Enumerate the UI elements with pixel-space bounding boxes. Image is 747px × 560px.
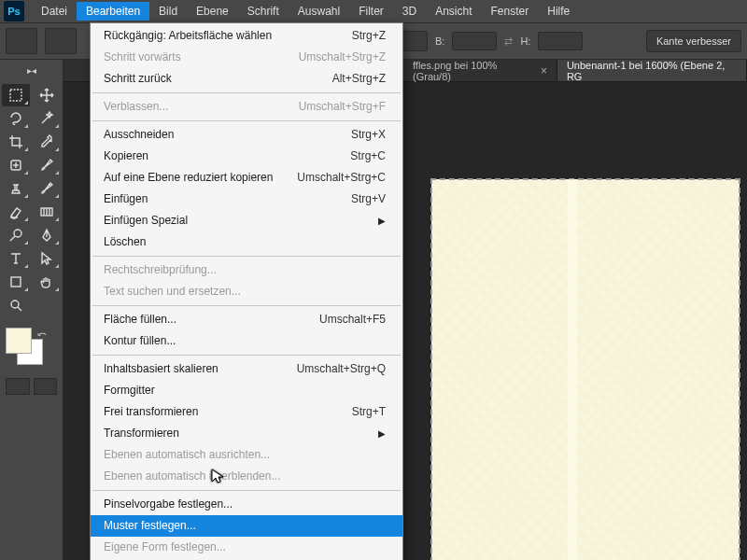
canvas-document[interactable] bbox=[431, 179, 740, 560]
gradient-tool[interactable] bbox=[33, 201, 61, 223]
menu-item: Ebenen automatisch überblenden... bbox=[91, 466, 402, 487]
standard-mode-icon[interactable] bbox=[6, 378, 30, 395]
move-tool[interactable] bbox=[33, 84, 61, 106]
menu-separator bbox=[92, 92, 401, 93]
color-swatches[interactable]: ⤺ bbox=[0, 328, 63, 374]
menu-item-shortcut: Umschalt+Strg+F bbox=[299, 99, 386, 115]
menu-schrift[interactable]: Schrift bbox=[238, 2, 289, 21]
canvas-texture bbox=[431, 179, 740, 560]
menu-fenster[interactable]: Fenster bbox=[482, 2, 539, 21]
document-tab[interactable]: Unbenannt-1 bei 1600% (Ebene 2, RG bbox=[557, 60, 747, 81]
brush-tool[interactable] bbox=[33, 154, 61, 176]
height-field[interactable] bbox=[538, 32, 583, 50]
eyedropper-tool[interactable] bbox=[33, 131, 61, 153]
menu-item[interactable]: Schritt zurückAlt+Strg+Z bbox=[91, 68, 402, 90]
lasso-tool[interactable] bbox=[2, 107, 30, 130]
hand-tool[interactable] bbox=[33, 271, 61, 293]
dodge-tool[interactable] bbox=[2, 224, 30, 246]
menu-item[interactable]: Muster festlegen... bbox=[91, 515, 402, 537]
menu-item-label: Ausschneiden bbox=[104, 127, 174, 143]
menu-item-label: Kontur füllen... bbox=[104, 333, 176, 349]
menu-separator bbox=[92, 355, 401, 356]
menu-item[interactable]: Fläche füllen...Umschalt+F5 bbox=[91, 309, 402, 330]
menu-separator bbox=[92, 120, 401, 121]
menu-item-shortcut: Umschalt+Strg+Z bbox=[299, 49, 386, 65]
menu-bearbeiten[interactable]: Bearbeiten bbox=[77, 2, 149, 21]
menu-item[interactable]: Rückgängig: Arbeitsfläche wählenStrg+Z bbox=[91, 25, 402, 47]
menu-item[interactable]: Transformieren▶ bbox=[91, 423, 402, 444]
menu-item-label: Verblassen... bbox=[104, 99, 168, 115]
type-tool[interactable] bbox=[2, 247, 30, 270]
menu-item-label: Ebenen automatisch ausrichten... bbox=[104, 447, 270, 463]
quickmask-row bbox=[0, 374, 63, 399]
menu-item-label: Kopieren bbox=[104, 148, 148, 164]
marquee-options-icon[interactable] bbox=[45, 28, 77, 54]
magic-wand-tool[interactable] bbox=[33, 107, 61, 130]
menu-item[interactable]: Kontur füllen... bbox=[91, 330, 402, 352]
menu-ansicht[interactable]: Ansicht bbox=[426, 2, 481, 21]
menu-datei[interactable]: Datei bbox=[32, 2, 77, 21]
width-field[interactable] bbox=[452, 32, 497, 50]
menu-item[interactable]: Inhaltsbasiert skalierenUmschalt+Strg+Q bbox=[91, 358, 402, 380]
menu-item[interactable]: EinfügenStrg+V bbox=[91, 189, 402, 210]
menubar: Ps Datei Bearbeiten Bild Ebene Schrift A… bbox=[0, 0, 747, 22]
menu-item[interactable]: Frei transformierenStrg+T bbox=[91, 401, 402, 423]
history-brush-tool[interactable] bbox=[33, 177, 61, 200]
menu-item-label: Inhaltsbasiert skalieren bbox=[104, 361, 218, 377]
quickmask-mode-icon[interactable] bbox=[34, 378, 58, 395]
menu-item-label: Schritt vorwärts bbox=[104, 49, 181, 65]
app-root: Ps Datei Bearbeiten Bild Ebene Schrift A… bbox=[0, 0, 747, 560]
menu-item: Verblassen...Umschalt+Strg+F bbox=[91, 96, 402, 118]
menu-item[interactable]: Einfügen Spezial▶ bbox=[91, 210, 402, 231]
menu-filter[interactable]: Filter bbox=[349, 2, 393, 21]
menu-item[interactable]: KopierenStrg+C bbox=[91, 146, 402, 167]
marquee-tool[interactable] bbox=[2, 84, 30, 106]
menu-separator bbox=[92, 490, 401, 491]
menu-item-label: Frei transformieren bbox=[104, 404, 198, 420]
svg-point-5 bbox=[11, 301, 19, 308]
document-tab[interactable]: ffles.png bei 100% (Grau/8) × bbox=[403, 60, 557, 81]
menu-item-shortcut: Umschalt+Strg+Q bbox=[297, 361, 386, 377]
tool-preset-icon[interactable] bbox=[6, 28, 37, 54]
menu-item[interactable]: Löschen bbox=[91, 231, 402, 253]
clone-stamp-tool[interactable] bbox=[2, 177, 30, 200]
zoom-tool[interactable] bbox=[2, 294, 30, 316]
menu-ebene[interactable]: Ebene bbox=[187, 2, 238, 21]
menu-3d[interactable]: 3D bbox=[393, 2, 426, 21]
menu-item[interactable]: Pinselvorgabe festlegen... bbox=[91, 494, 402, 515]
tools-handle-icon[interactable]: ▸◂ bbox=[0, 60, 63, 80]
menu-item-label: Pinselvorgabe festlegen... bbox=[104, 497, 233, 512]
healing-brush-tool[interactable] bbox=[2, 154, 30, 176]
menu-item-label: Einfügen Spezial bbox=[104, 213, 188, 229]
menu-item-shortcut: Strg+Z bbox=[352, 28, 386, 44]
menu-bild[interactable]: Bild bbox=[149, 2, 187, 21]
pen-tool[interactable] bbox=[33, 224, 61, 246]
menu-item-label: Rechtschreibprüfung... bbox=[104, 262, 217, 278]
close-icon[interactable]: × bbox=[541, 64, 547, 77]
path-select-tool[interactable] bbox=[33, 247, 61, 270]
menu-separator bbox=[92, 256, 401, 257]
crop-tool[interactable] bbox=[2, 131, 30, 153]
menu-item-label: Auf eine Ebene reduziert kopieren bbox=[104, 170, 273, 186]
menu-item[interactable]: Formgitter bbox=[91, 380, 402, 401]
menu-item-label: Text suchen und ersetzen... bbox=[104, 284, 241, 300]
menu-item-shortcut: Strg+X bbox=[351, 127, 386, 143]
refine-edge-button[interactable]: Kante verbesser bbox=[646, 30, 741, 52]
menu-auswahl[interactable]: Auswahl bbox=[289, 2, 349, 21]
menu-item[interactable]: AusschneidenStrg+X bbox=[91, 124, 402, 146]
swap-wh-icon[interactable]: ⇄ bbox=[504, 35, 513, 48]
menu-item-label: Formgitter bbox=[104, 383, 155, 399]
menu-item-label: Löschen bbox=[104, 234, 146, 250]
menu-item[interactable]: Auf eine Ebene reduziert kopierenUmschal… bbox=[91, 167, 402, 189]
eraser-tool[interactable] bbox=[2, 201, 30, 223]
submenu-arrow-icon: ▶ bbox=[359, 426, 386, 441]
shape-tool[interactable] bbox=[2, 271, 30, 293]
svg-point-3 bbox=[14, 230, 21, 237]
swap-colors-icon[interactable]: ⤺ bbox=[37, 328, 47, 341]
menu-separator bbox=[92, 305, 401, 306]
menu-item: Text suchen und ersetzen... bbox=[91, 281, 402, 302]
foreground-color-swatch[interactable] bbox=[6, 328, 32, 354]
height-label: H: bbox=[520, 35, 530, 47]
menu-hilfe[interactable]: Hilfe bbox=[538, 2, 579, 21]
menu-item-label: Schritt zurück bbox=[104, 71, 172, 87]
